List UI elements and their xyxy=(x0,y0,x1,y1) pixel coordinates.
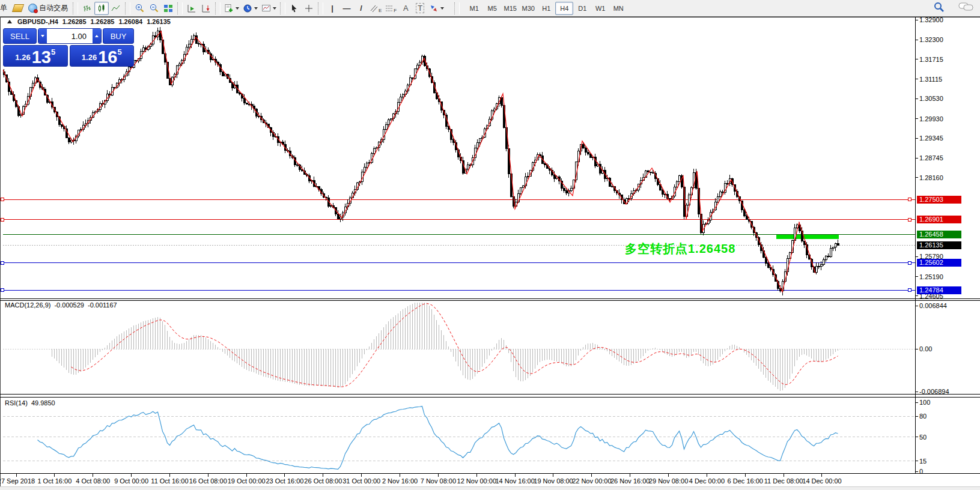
line-handle[interactable] xyxy=(1,289,4,292)
rsi-line xyxy=(38,407,838,470)
vertical-line-icon: | xyxy=(331,4,333,13)
auto-trading-button[interactable]: 自动交易 xyxy=(25,2,71,15)
indicators-button[interactable] xyxy=(222,2,241,15)
arrows-icon xyxy=(429,4,439,13)
line-handle[interactable] xyxy=(1,261,4,264)
equidistant-channel-icon xyxy=(370,4,378,13)
buy-price-box[interactable]: 1.26 16 5 xyxy=(70,45,135,67)
line-chart-button[interactable] xyxy=(109,2,123,15)
new-order-button[interactable] xyxy=(11,2,25,15)
price-level-badge: 1.27503 xyxy=(917,196,961,204)
fibonacci-letter: F xyxy=(394,8,397,13)
cursor-icon xyxy=(290,4,299,13)
sell-button[interactable]: SELL xyxy=(3,28,37,44)
rsi-axis-tick: 100 xyxy=(919,399,930,406)
chat-icon[interactable] xyxy=(958,2,974,13)
collapse-panel-icon[interactable] xyxy=(7,20,12,23)
buy-button[interactable]: BUY xyxy=(103,28,134,44)
chart-header: GBPUSD-,H4 1.26285 1.26285 1.26084 1.261… xyxy=(7,18,171,25)
text-tool[interactable]: A xyxy=(398,2,413,15)
sell-price-box[interactable]: 1.26 13 5 xyxy=(3,45,68,67)
horizontal-line-icon: — xyxy=(343,4,351,13)
volume-increase-button[interactable] xyxy=(93,29,101,43)
volume-input[interactable] xyxy=(47,29,93,43)
toolbar-grip xyxy=(318,2,323,14)
buy-price-sup: 5 xyxy=(117,47,121,56)
rsi-axis-tick: 80 xyxy=(919,413,927,420)
toolbar-grip xyxy=(280,2,285,14)
timeframe-m1[interactable]: M1 xyxy=(465,2,483,15)
ohlc-close: 1.26135 xyxy=(147,18,171,25)
price-level-badge: 1.26458 xyxy=(917,231,961,238)
macd-axis-tick: -0.006894 xyxy=(919,388,949,395)
timeframe-m15[interactable]: M15 xyxy=(501,2,519,15)
volume-decrease-button[interactable] xyxy=(38,29,47,43)
vertical-line-tool[interactable]: | xyxy=(325,2,339,15)
crosshair-button[interactable] xyxy=(302,2,316,15)
horizontal-level-lines xyxy=(1,198,916,292)
ohlc-low: 1.26084 xyxy=(118,18,142,25)
toolbar-grip xyxy=(125,2,130,14)
text-label-tool[interactable]: T xyxy=(413,2,427,15)
timeframe-h1[interactable]: H1 xyxy=(537,2,555,15)
rsi-name: RSI(14) xyxy=(5,399,28,407)
timeframe-mn[interactable]: MN xyxy=(609,2,627,15)
equidistant-channel-tool[interactable]: E xyxy=(368,2,383,15)
timeframe-w1[interactable]: W1 xyxy=(591,2,609,15)
timeframe-d1[interactable]: D1 xyxy=(573,2,591,15)
indicators-icon xyxy=(224,4,234,13)
volume-decrease-icon xyxy=(41,35,44,37)
timeframe-m5[interactable]: M5 xyxy=(483,2,501,15)
periods-clock-icon xyxy=(243,4,252,13)
tile-windows-icon xyxy=(163,4,173,13)
arrows-tool[interactable] xyxy=(427,2,446,15)
search-icon[interactable] xyxy=(933,1,945,13)
order-button[interactable]: 单 xyxy=(0,2,11,15)
toolbar-grip xyxy=(454,2,460,14)
chart-shift-icon xyxy=(201,4,211,13)
bar-chart-button[interactable] xyxy=(80,2,94,15)
horizontal-line-tool[interactable]: — xyxy=(339,2,354,15)
zoom-out-button[interactable] xyxy=(147,2,161,15)
zoom-in-button[interactable] xyxy=(132,2,147,15)
price-level-badge: 1.26901 xyxy=(917,216,961,223)
indicators-dropdown-caret-icon xyxy=(236,7,239,10)
order-button-label: 单 xyxy=(0,3,7,13)
timeframe-m30[interactable]: M30 xyxy=(519,2,537,15)
auto-trading-label: 自动交易 xyxy=(39,3,68,13)
periods-button[interactable] xyxy=(241,2,260,15)
volume-stepper xyxy=(38,28,102,44)
templates-icon xyxy=(261,4,271,13)
price-level-badge: 1.25602 xyxy=(917,259,961,267)
date-axis-label: 14 Dec 00:00 xyxy=(789,477,855,485)
trendline-tool[interactable]: / xyxy=(354,2,368,15)
macd-panel xyxy=(3,303,915,391)
fibonacci-tool[interactable]: F xyxy=(383,2,398,15)
tile-windows-button[interactable] xyxy=(161,2,175,15)
macd-label: MACD(12,26,9) -0.000529 -0.001167 xyxy=(5,301,117,309)
sell-price-sup: 5 xyxy=(51,47,55,56)
templates-dropdown-caret-icon xyxy=(273,7,276,10)
buy-price-prefix: 1.26 xyxy=(82,53,97,62)
toolbar-grip xyxy=(177,2,183,14)
line-handle[interactable] xyxy=(1,198,4,201)
candlestick-chart-button[interactable] xyxy=(94,2,109,15)
rsi-value: 49.9850 xyxy=(31,399,55,407)
line-handle[interactable] xyxy=(908,218,912,221)
auto-scroll-button[interactable] xyxy=(184,2,199,15)
ohlc-open: 1.26285 xyxy=(62,18,87,25)
timeframe-h4[interactable]: H4 xyxy=(555,2,573,15)
trendline-icon: / xyxy=(360,4,362,13)
cursor-button[interactable] xyxy=(287,2,302,15)
templates-button[interactable] xyxy=(260,2,278,15)
sell-price-prefix: 1.26 xyxy=(15,53,30,62)
macd-name: MACD(12,26,9) xyxy=(5,301,50,309)
chart-canvas[interactable] xyxy=(0,0,980,490)
line-handle[interactable] xyxy=(908,289,912,292)
line-handle[interactable] xyxy=(908,261,912,264)
bottom-strip xyxy=(0,486,980,490)
fibonacci-icon xyxy=(385,4,393,13)
line-handle[interactable] xyxy=(908,198,912,201)
line-handle[interactable] xyxy=(1,218,4,221)
chart-shift-button[interactable] xyxy=(199,2,213,15)
